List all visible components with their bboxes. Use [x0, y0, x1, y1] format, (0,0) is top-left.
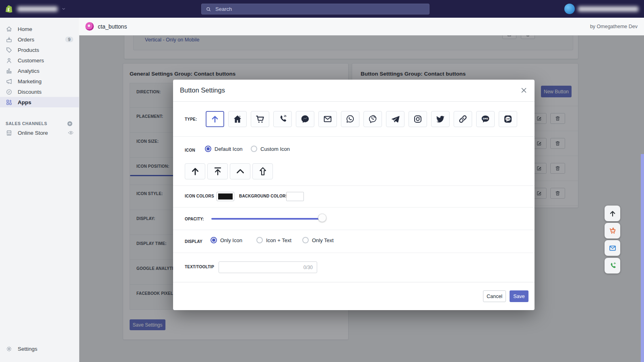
type-option-link[interactable]	[454, 111, 472, 127]
floating-cart-plus-button[interactable]	[605, 223, 620, 239]
type-option-arrow-up[interactable]	[206, 111, 224, 127]
store-switcher[interactable]	[5, 0, 66, 18]
link-icon	[458, 114, 468, 124]
icon-colors-label: ICON COLORS	[185, 194, 214, 198]
type-section: TYPE: SMSLINE	[173, 102, 535, 137]
analytics-icon	[6, 68, 12, 74]
sidebar-item-settings[interactable]: Settings	[0, 343, 79, 354]
char-counter: 0/30	[303, 265, 313, 270]
type-option-cart[interactable]	[251, 111, 269, 127]
sidebar-item-label: Orders	[18, 37, 34, 43]
modal-title: Button Settings	[180, 86, 225, 94]
sidebar-item-marketing[interactable]: Marketing	[0, 76, 79, 86]
twitter-icon	[436, 114, 445, 124]
text-tooltip-input[interactable]: 0/30	[219, 261, 317, 273]
sidebar-item-label: Settings	[18, 346, 37, 352]
floating-phone-button[interactable]	[605, 258, 620, 274]
app-byline: by Omegatheme Dev	[590, 24, 638, 29]
type-option-twitter[interactable]	[431, 111, 450, 127]
type-option-instagram[interactable]	[409, 111, 427, 127]
display-option-icon-text[interactable]: Icon + Text	[256, 237, 302, 243]
cart-plus-icon	[609, 227, 617, 235]
add-sales-channel-icon[interactable]	[66, 120, 73, 127]
icon-variant-arrow-up-outline[interactable]	[252, 163, 273, 179]
sidebar-item-orders[interactable]: Orders9	[0, 34, 79, 45]
user-menu[interactable]	[564, 4, 638, 14]
phone-icon	[609, 262, 617, 270]
telegram-icon	[390, 114, 400, 124]
background-colors-label: BACKGROUND COLORS	[239, 194, 288, 198]
scrollbar-thumb[interactable]	[641, 154, 644, 362]
background-color-swatch[interactable]	[286, 192, 304, 201]
display-option-only-icon[interactable]: Only Icon	[211, 237, 256, 243]
sidebar-item-label: Marketing	[18, 78, 41, 84]
text-tooltip-label: TEXT/TOOLTIP	[185, 265, 214, 269]
sidebar-item-products[interactable]: Products	[0, 45, 79, 55]
sidebar-item-label: Products	[18, 47, 39, 53]
type-option-messenger[interactable]	[296, 111, 314, 127]
sidebar-item-apps[interactable]: Apps	[0, 97, 79, 107]
app-icon	[85, 22, 94, 31]
type-option-phone[interactable]	[273, 111, 292, 127]
modal-header: Button Settings	[173, 80, 535, 102]
sidebar-item-discounts[interactable]: Discounts	[0, 86, 79, 97]
store-icon	[6, 130, 12, 136]
type-option-email[interactable]	[318, 111, 337, 127]
radio-label: Icon + Text	[266, 237, 291, 243]
home-o-icon	[6, 26, 12, 33]
sidebar-item-online-store[interactable]: Online Store	[0, 128, 79, 138]
icon-variant-arrow-up-line[interactable]	[207, 163, 228, 179]
type-label: TYPE:	[185, 117, 197, 121]
sidebar-item-label: Analytics	[18, 68, 39, 74]
display-section: DISPLAY Only IconIcon + TextOnly Text	[173, 230, 535, 253]
radio-label: Custom Icon	[260, 146, 290, 152]
type-option-home[interactable]	[228, 111, 247, 127]
icon-source-radios: Default IconCustom Icon	[205, 146, 297, 152]
arrow-up-line-icon	[213, 166, 223, 177]
search-input[interactable]	[215, 6, 425, 12]
opacity-slider-handle[interactable]	[318, 214, 326, 222]
whatsapp-icon	[345, 114, 355, 124]
sidebar-item-analytics[interactable]: Analytics	[0, 66, 79, 76]
icon-variant-chevron-up[interactable]	[230, 163, 250, 179]
line-icon: LINE	[503, 114, 513, 124]
sales-channels-header: SALES CHANNELS	[0, 119, 79, 128]
eye-icon[interactable]	[68, 130, 74, 136]
phone-icon	[278, 114, 287, 124]
arrow-up-outline-icon	[258, 166, 268, 177]
sidebar-item-home[interactable]: Home	[0, 24, 79, 34]
type-option-viber[interactable]	[363, 111, 382, 127]
type-option-sms[interactable]: SMS	[476, 111, 495, 127]
email-icon	[323, 114, 332, 124]
icon-color-swatch[interactable]	[217, 192, 234, 201]
type-option-whatsapp[interactable]	[341, 111, 359, 127]
global-search[interactable]	[201, 4, 429, 14]
icon-variant-arrow-up[interactable]	[185, 163, 205, 179]
type-option-telegram[interactable]	[386, 111, 405, 127]
opacity-slider[interactable]	[211, 218, 322, 220]
floating-arrow-up-button[interactable]	[605, 206, 620, 221]
megaphone-icon	[6, 78, 12, 85]
cancel-button[interactable]: Cancel	[483, 290, 506, 302]
opacity-section: OPACITY:	[173, 208, 535, 230]
sidebar-item-label: Customers	[18, 58, 44, 64]
display-radios: Only IconIcon + TextOnly Text	[211, 237, 348, 243]
display-option-only-text[interactable]: Only Text	[302, 237, 348, 243]
arrow-up-icon	[210, 114, 220, 124]
close-icon[interactable]	[520, 86, 528, 95]
icon-variants-row	[185, 163, 273, 179]
search-icon	[206, 6, 211, 12]
save-button[interactable]: Save	[510, 290, 528, 302]
radio-label: Only Text	[312, 237, 334, 243]
type-option-line[interactable]: LINE	[499, 111, 517, 127]
tooltip-section: TEXT/TOOLTIP 0/30	[173, 253, 535, 282]
icon-label: ICON	[185, 148, 195, 152]
apps-icon	[6, 99, 12, 106]
icon-source-custom-icon[interactable]: Custom Icon	[251, 146, 297, 152]
sidebar-item-label: Home	[18, 26, 32, 32]
icon-source-default-icon[interactable]: Default Icon	[205, 146, 251, 152]
sidebar-item-customers[interactable]: Customers	[0, 55, 79, 66]
tag-icon	[6, 47, 12, 53]
viber-icon	[368, 114, 378, 124]
floating-email-button[interactable]	[605, 240, 620, 256]
